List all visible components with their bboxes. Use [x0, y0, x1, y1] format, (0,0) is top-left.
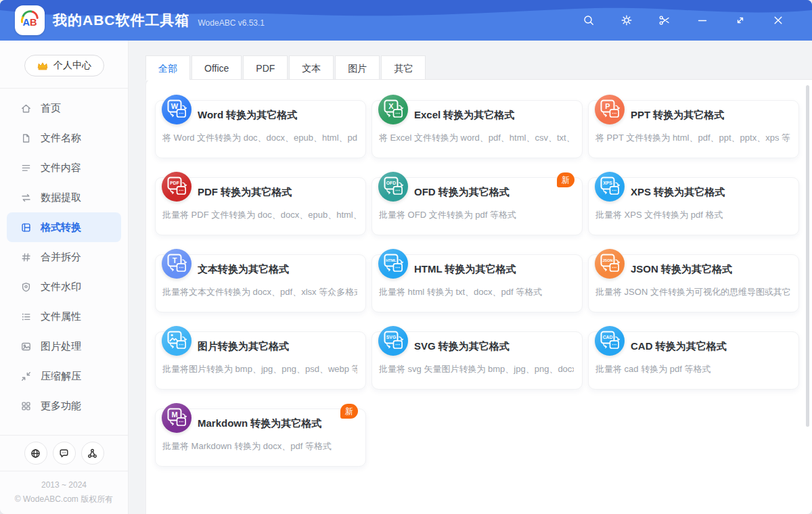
svg-text:T: T	[173, 256, 177, 264]
tool-icon: X	[378, 95, 408, 124]
search-button[interactable]	[570, 0, 608, 41]
tool-title: Excel 转换为其它格式	[414, 109, 559, 122]
sidebar-item[interactable]: 文件属性	[7, 302, 121, 331]
settings-icon	[620, 14, 633, 27]
tool-card[interactable]: JSON JSON 转换为其它格式 批量将 JSON 文件转换为可视化的思维导图…	[588, 254, 799, 312]
user-center-button[interactable]: 个人中心	[24, 55, 104, 76]
feedback-link[interactable]	[53, 442, 76, 465]
merge-split-icon	[20, 252, 32, 263]
tool-description: 将 Excel 文件转换为 word、pdf、html、csv、txt、xps …	[379, 132, 574, 144]
tool-icon	[162, 326, 191, 356]
tab[interactable]: 图片	[335, 55, 380, 80]
image-process-icon	[20, 341, 32, 352]
sidebar-item-label: 图片处理	[41, 340, 81, 353]
sidebar-item-label: 合并拆分	[41, 251, 81, 264]
tool-card[interactable]: HTML HTML 转换为其它格式 批量将 html 转换为 txt、docx、…	[371, 254, 583, 312]
crown-icon	[37, 61, 49, 70]
tool-description: 批量将 html 转换为 txt、docx、pdf 等格式	[379, 286, 574, 298]
sidebar-item[interactable]: 格式转换	[7, 212, 121, 242]
tool-card[interactable]: XPS XPS 转换为其它格式 批量将 XPS 文件转换为 pdf 格式	[588, 177, 799, 235]
tool-description: 批量将图片转换为 bmp、jpg、png、psd、webp 等格式	[162, 363, 357, 375]
sidebar-item[interactable]: 首页	[7, 93, 121, 123]
tool-card[interactable]: CAD CAD 转换为其它格式 批量将 cad 转换为 pdf 等格式	[588, 331, 799, 390]
watermark-icon	[20, 281, 32, 293]
resize-button[interactable]	[721, 0, 759, 41]
sidebar-item[interactable]: 更多功能	[7, 391, 121, 421]
tool-title: 图片转换为其它格式	[198, 340, 342, 353]
app-logo: AB	[15, 5, 45, 35]
tool-card[interactable]: SVG SVG 转换为其它格式 批量将 svg 矢量图片转换为 bmp、jpg、…	[371, 331, 583, 390]
tool-description: 批量将 PDF 文件转换为 doc、docx、epub、html、txt 等格式	[162, 209, 357, 221]
tool-icon: W	[162, 95, 191, 124]
tab[interactable]: 文本	[289, 55, 334, 80]
tool-icon: SVG	[378, 326, 408, 356]
svg-text:XPS: XPS	[603, 181, 612, 185]
resize-icon	[734, 14, 747, 27]
share-link[interactable]	[81, 442, 104, 465]
sidebar-item[interactable]: 压缩解压	[7, 361, 121, 391]
close-button[interactable]	[759, 0, 797, 41]
tool-title: OFD 转换为其它格式	[414, 186, 559, 199]
svg-text:M: M	[171, 411, 177, 419]
sidebar-item-label: 文件名称	[41, 132, 81, 145]
share-icon	[87, 448, 98, 459]
sidebar: 个人中心 首页 文件名称 文件内容 数据提取 格式转换 合并拆分 文件水印 文件…	[0, 41, 129, 514]
tool-description: 批量将文本文件转换为 docx、pdf、xlsx 等众多格式	[162, 286, 357, 298]
tool-title: 文本转换为其它格式	[198, 263, 342, 276]
sidebar-footer-links	[0, 436, 128, 471]
tool-title: XPS 转换为其它格式	[631, 186, 775, 199]
tool-description: 批量将 cad 转换为 pdf 等格式	[595, 363, 790, 375]
tool-card[interactable]: T 文本转换为其它格式 批量将文本文件转换为 docx、pdf、xlsx 等众多…	[155, 254, 366, 312]
minimize-button[interactable]	[683, 0, 721, 41]
tool-card[interactable]: X Excel 转换为其它格式 将 Excel 文件转换为 word、pdf、h…	[371, 100, 583, 158]
sidebar-item-label: 格式转换	[41, 221, 81, 234]
sidebar-divider	[0, 88, 128, 89]
tab[interactable]: Office	[191, 55, 242, 80]
tool-card[interactable]: 图片转换为其它格式 批量将图片转换为 bmp、jpg、png、psd、webp …	[155, 331, 366, 390]
tool-icon: XPS	[595, 172, 625, 202]
svg-text:X: X	[388, 102, 394, 110]
sidebar-item[interactable]: 文件水印	[7, 272, 121, 302]
user-center-label: 个人中心	[53, 60, 91, 72]
copyright: 2013 ~ 2024 © WodeABC.com 版权所有	[0, 471, 128, 514]
tool-title: Markdown 转换为其它格式	[198, 417, 342, 430]
sidebar-item[interactable]: 图片处理	[7, 331, 121, 361]
tool-card[interactable]: W Word 转换为其它格式 将 Word 文件转换为 doc、docx、epu…	[155, 100, 366, 158]
scissors-button[interactable]	[646, 0, 683, 41]
content-panel: W Word 转换为其它格式 将 Word 文件转换为 doc、docx、epu…	[145, 79, 812, 514]
tool-card[interactable]: P PPT 转换为其它格式 将 PPT 文件转换为 html、pdf、ppt、p…	[588, 100, 799, 158]
sidebar-item[interactable]: 数据提取	[7, 183, 121, 212]
tool-title: JSON 转换为其它格式	[631, 263, 775, 276]
tab[interactable]: 其它	[381, 55, 426, 80]
svg-text:P: P	[605, 102, 610, 110]
sidebar-item[interactable]: 文件内容	[7, 153, 121, 183]
tool-card[interactable]: M Markdown 转换为其它格式 批量将 Markdown 转换为 docx…	[155, 408, 366, 467]
sidebar-item-label: 文件水印	[41, 281, 81, 294]
svg-text:AB: AB	[22, 17, 37, 28]
sidebar-item-label: 文件内容	[41, 162, 81, 174]
close-icon	[771, 14, 785, 27]
tool-icon: P	[595, 95, 625, 124]
tool-card[interactable]: PDF PDF 转换为其它格式 批量将 PDF 文件转换为 doc、docx、e…	[155, 177, 366, 235]
scrollbar-thumb[interactable]	[806, 85, 809, 427]
tool-description: 批量将 Markdown 转换为 docx、pdf 等格式	[162, 440, 357, 452]
category-tabs: 全部OfficePDF文本图片其它	[145, 55, 426, 80]
app-window: AB 我的ABC软件工具箱 WodeABC v6.53.1 个人中心	[0, 0, 812, 514]
tool-icon: JSON	[595, 249, 625, 279]
tab[interactable]: 全部	[145, 55, 190, 80]
tool-description: 批量将 OFD 文件转换为 pdf 等格式	[379, 209, 574, 221]
settings-button[interactable]	[608, 0, 646, 41]
feedback-icon	[58, 448, 70, 459]
svg-text:OFD: OFD	[386, 181, 396, 185]
sidebar-item[interactable]: 合并拆分	[7, 242, 121, 272]
tool-card[interactable]: OFD OFD 转换为其它格式 批量将 OFD 文件转换为 pdf 等格式 新	[371, 177, 583, 235]
tool-icon: CAD	[595, 326, 625, 356]
browser-link[interactable]	[24, 442, 47, 465]
tab[interactable]: PDF	[243, 55, 288, 80]
svg-text:PDF: PDF	[170, 181, 179, 185]
sidebar-item[interactable]: 文件名称	[7, 123, 121, 153]
compress-icon	[20, 371, 32, 382]
file-name-icon	[20, 133, 32, 144]
sidebar-item-label: 更多功能	[41, 400, 81, 413]
new-badge: 新	[557, 172, 574, 187]
